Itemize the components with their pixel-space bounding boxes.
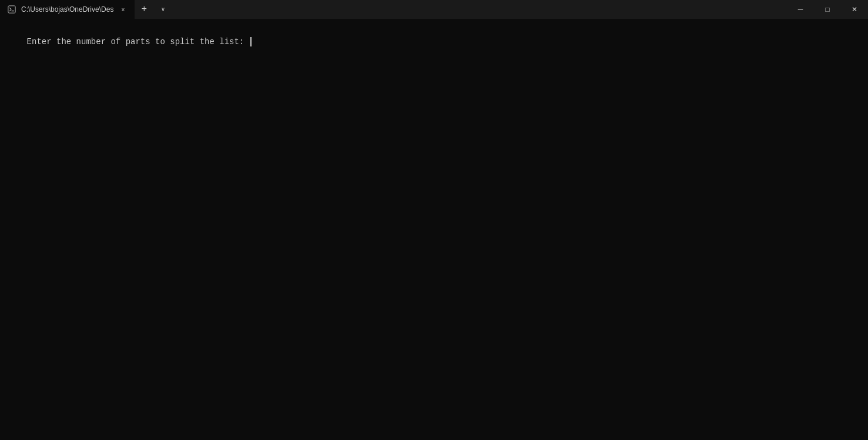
tab-dropdown-button[interactable]: ∨ <box>153 0 172 19</box>
window-controls: ─ □ ✕ <box>787 0 868 19</box>
active-tab[interactable]: C:\Users\bojas\OneDrive\Des × <box>0 0 135 19</box>
minimize-button[interactable]: ─ <box>787 0 814 19</box>
tab-close-button[interactable]: × <box>118 5 128 14</box>
titlebar: C:\Users\bojas\OneDrive\Des × + ∨ ─ □ ✕ <box>0 0 868 19</box>
prompt-text: Enter the number of parts to split the l… <box>27 37 249 46</box>
terminal-output: Enter the number of parts to split the l… <box>7 24 861 61</box>
maximize-button[interactable]: □ <box>814 0 841 19</box>
cursor <box>250 37 252 46</box>
svg-rect-0 <box>8 6 15 13</box>
terminal-icon <box>7 5 16 14</box>
new-tab-button[interactable]: + <box>135 0 153 19</box>
close-button[interactable]: ✕ <box>841 0 868 19</box>
terminal-body[interactable]: Enter the number of parts to split the l… <box>0 19 868 440</box>
tab-title: C:\Users\bojas\OneDrive\Des <box>21 5 113 14</box>
tab-area: C:\Users\bojas\OneDrive\Des × + ∨ <box>0 0 787 19</box>
